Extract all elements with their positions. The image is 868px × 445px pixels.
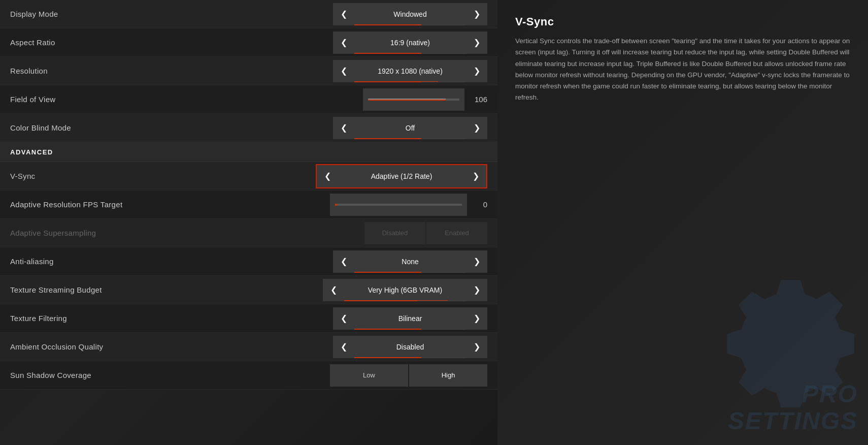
display-mode-label: Display Mode [10, 10, 333, 18]
fov-row: Field of View 106 [0, 85, 497, 114]
display-mode-prev[interactable]: ❮ [333, 3, 354, 25]
texture-streaming-control: ❮ Very High (6GB VRAM) ❯ [323, 279, 487, 301]
sun-shadow-row: Sun Shadow Coverage Low High [0, 361, 497, 390]
gear-icon [690, 252, 868, 445]
supersampling-row: Adaptive Supersampling Disabled Enabled [0, 219, 497, 247]
fov-label: Field of View [10, 95, 363, 104]
ambient-occlusion-next[interactable]: ❯ [466, 336, 487, 358]
fov-control: 106 [363, 88, 487, 111]
texture-filtering-next[interactable]: ❯ [466, 307, 487, 330]
display-mode-value: Windowed [354, 3, 466, 25]
color-blind-control: ❮ Off ❯ [333, 117, 487, 139]
vsync-prev[interactable]: ❮ [317, 165, 338, 187]
aspect-ratio-label: Aspect Ratio [10, 38, 333, 47]
vsync-control: ❮ Adaptive (1/2 Rate) ❯ [316, 164, 487, 188]
adaptive-fps-label: Adaptive Resolution FPS Target [10, 200, 330, 209]
antialiasing-row: Anti-aliasing ❮ None ❯ [0, 247, 497, 276]
sun-shadow-low[interactable]: Low [330, 364, 408, 387]
aspect-ratio-value: 16:9 (native) [354, 31, 466, 54]
antialiasing-label: Anti-aliasing [10, 257, 333, 266]
color-blind-label: Color Blind Mode [10, 123, 333, 132]
texture-filtering-value: Bilinear [354, 307, 466, 330]
antialiasing-value: None [354, 250, 466, 273]
resolution-row: Resolution ❮ 1920 x 1080 (native) ❯ [0, 57, 497, 85]
advanced-section-title: ADVANCED [10, 148, 53, 156]
adaptive-fps-control: 0 [330, 194, 487, 216]
settings-panel: Display Mode ❮ Windowed ❯ Aspect Ratio ❮… [0, 0, 497, 445]
help-description: Vertical Sync controls the trade-off bet… [515, 36, 850, 104]
color-blind-value: Off [354, 117, 466, 139]
texture-streaming-value: Very High (6GB VRAM) [344, 279, 466, 301]
texture-streaming-row: Texture Streaming Budget ❮ Very High (6G… [0, 276, 497, 304]
texture-filtering-label: Texture Filtering [10, 314, 333, 323]
aspect-ratio-control: ❮ 16:9 (native) ❯ [333, 31, 487, 54]
vsync-label: V-Sync [10, 172, 316, 180]
resolution-value: 1920 x 1080 (native) [354, 60, 466, 82]
ambient-occlusion-control: ❮ Disabled ❯ [333, 336, 487, 358]
sun-shadow-high[interactable]: High [409, 364, 487, 387]
resolution-prev[interactable]: ❮ [333, 60, 354, 82]
supersampling-control: Disabled Enabled [364, 222, 487, 244]
antialiasing-control: ❮ None ❯ [333, 250, 487, 273]
texture-filtering-control: ❮ Bilinear ❯ [333, 307, 487, 330]
ambient-occlusion-row: Ambient Occlusion Quality ❮ Disabled ❯ [0, 333, 497, 361]
vsync-row: V-Sync ❮ Adaptive (1/2 Rate) ❯ [0, 162, 497, 190]
texture-streaming-next[interactable]: ❯ [466, 279, 487, 301]
display-mode-row: Display Mode ❮ Windowed ❯ [0, 0, 497, 28]
color-blind-next[interactable]: ❯ [466, 117, 487, 139]
fps-value: 0 [472, 200, 487, 209]
aspect-ratio-next[interactable]: ❯ [466, 31, 487, 54]
fov-slider[interactable] [363, 88, 464, 111]
resolution-next[interactable]: ❯ [466, 60, 487, 82]
display-mode-control: ❮ Windowed ❯ [333, 3, 487, 25]
texture-filtering-row: Texture Filtering ❮ Bilinear ❯ [0, 304, 497, 333]
help-panel: V-Sync Vertical Sync controls the trade-… [497, 0, 868, 445]
supersampling-label: Adaptive Supersampling [10, 229, 364, 237]
help-title: V-Sync [515, 15, 850, 28]
antialiasing-prev[interactable]: ❮ [333, 250, 354, 273]
fps-slider[interactable] [330, 194, 467, 216]
resolution-control: ❮ 1920 x 1080 (native) ❯ [333, 60, 487, 82]
ambient-occlusion-label: Ambient Occlusion Quality [10, 342, 333, 351]
vsync-value: Adaptive (1/2 Rate) [338, 165, 465, 187]
supersampling-enabled[interactable]: Enabled [426, 222, 487, 244]
advanced-section-header: ADVANCED [0, 142, 497, 162]
color-blind-row: Color Blind Mode ❮ Off ❯ [0, 114, 497, 142]
aspect-ratio-prev[interactable]: ❮ [333, 31, 354, 54]
supersampling-disabled[interactable]: Disabled [364, 222, 425, 244]
vsync-next[interactable]: ❯ [465, 165, 486, 187]
antialiasing-next[interactable]: ❯ [466, 250, 487, 273]
ambient-occlusion-value: Disabled [354, 336, 466, 358]
resolution-label: Resolution [10, 67, 333, 75]
adaptive-fps-row: Adaptive Resolution FPS Target 0 [0, 190, 497, 219]
fov-value: 106 [470, 95, 487, 104]
texture-filtering-prev[interactable]: ❮ [333, 307, 354, 330]
display-mode-next[interactable]: ❯ [466, 3, 487, 25]
sun-shadow-label: Sun Shadow Coverage [10, 371, 330, 379]
color-blind-prev[interactable]: ❮ [333, 117, 354, 139]
sun-shadow-control: Low High [330, 364, 487, 387]
texture-streaming-label: Texture Streaming Budget [10, 285, 323, 294]
texture-streaming-prev[interactable]: ❮ [323, 279, 344, 301]
aspect-ratio-row: Aspect Ratio ❮ 16:9 (native) ❯ [0, 28, 497, 57]
ambient-occlusion-prev[interactable]: ❮ [333, 336, 354, 358]
